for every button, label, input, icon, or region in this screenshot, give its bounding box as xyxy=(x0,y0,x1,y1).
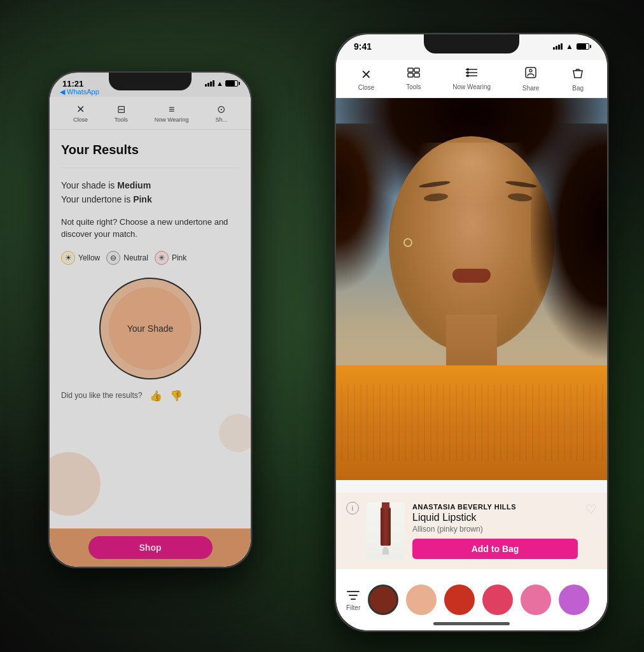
share-icon-back: ⊙ xyxy=(217,103,225,115)
back-phone-notch xyxy=(109,73,192,90)
front-close-label: Close xyxy=(358,84,375,91)
svg-point-8 xyxy=(466,71,469,74)
results-divider xyxy=(61,167,239,168)
back-phone-bottom-bar: Shop xyxy=(50,528,251,567)
filter-button[interactable]: Filter xyxy=(346,589,360,611)
swatches-bar: Filter xyxy=(336,569,607,630)
filter-icon xyxy=(346,589,360,602)
lipstick-applicator xyxy=(382,547,389,555)
product-shade: Allison (pinky brown) xyxy=(412,525,578,534)
svg-rect-3 xyxy=(414,73,419,77)
thumbs-up-icon[interactable]: 👍 xyxy=(150,390,162,402)
product-panel: i ANASTASIA BEVERLY HILLS Liquid Lipstic… xyxy=(336,493,607,569)
wifi-icon: ▲ xyxy=(216,80,223,87)
lip-color xyxy=(452,269,491,283)
swatch-6[interactable] xyxy=(559,585,589,615)
shade-circle-container: Your Shade xyxy=(61,278,239,379)
front-tools-label: Tools xyxy=(406,83,421,90)
front-status-icons: ▲ xyxy=(553,42,589,51)
lipstick-cap-end xyxy=(382,502,389,509)
close-icon-front: ✕ xyxy=(361,67,372,82)
deco-circle-left xyxy=(50,452,101,516)
results-shade-text: Your shade is Medium Your undertone is P… xyxy=(61,178,239,207)
close-icon-back: ✕ xyxy=(76,103,85,115)
front-close-button[interactable]: ✕ Close xyxy=(358,67,375,91)
camera-area xyxy=(336,98,607,480)
back-now-wearing-button[interactable]: ≡ Now Wearing xyxy=(155,104,189,123)
feedback-text: Did you like the results? xyxy=(61,391,142,400)
shade-value: Medium xyxy=(117,180,151,190)
wishlist-heart-icon[interactable]: ♡ xyxy=(585,502,597,517)
back-status-icons: ▲ xyxy=(205,80,238,87)
back-phone: 11:21 ▲ xyxy=(48,71,252,568)
thumbs-down-icon[interactable]: 👎 xyxy=(170,390,183,402)
product-name: Liquid Lipstick xyxy=(412,512,578,523)
svg-point-9 xyxy=(466,74,469,77)
back-phone-app-bar: ✕ Close ⊟ Tools ≡ Now Wearing ⊙ Sh... xyxy=(50,97,251,130)
signal-icon xyxy=(205,80,214,87)
neutral-undertone-icon: ⊖ xyxy=(106,251,120,265)
deco-circle-right xyxy=(219,414,251,452)
yellow-undertone-icon: ☀ xyxy=(61,251,75,265)
undertone-options: ☀ Yellow ⊖ Neutral ✳ Pink xyxy=(61,251,239,265)
product-brand: ANASTASIA BEVERLY HILLS xyxy=(412,503,578,511)
shade-circle: Your Shade xyxy=(99,278,201,379)
results-title: Your Results xyxy=(61,143,239,157)
front-app-bar: ✕ Close Tools xyxy=(336,60,607,98)
front-signal-icon xyxy=(553,43,563,50)
lipstick-tube xyxy=(381,507,391,546)
earring xyxy=(403,238,412,247)
svg-rect-1 xyxy=(414,68,419,72)
back-close-button[interactable]: ✕ Close xyxy=(73,103,88,123)
now-wearing-icon-front xyxy=(465,67,479,82)
share-icon-front xyxy=(524,66,538,83)
svg-point-7 xyxy=(466,68,469,71)
phones-container: 11:21 ▲ xyxy=(36,20,608,632)
back-phone-cta-button[interactable]: Shop xyxy=(88,536,213,559)
back-share-button[interactable]: ⊙ Sh... xyxy=(216,103,228,123)
undertone-neutral[interactable]: ⊖ Neutral xyxy=(106,251,148,265)
svg-rect-2 xyxy=(408,73,413,77)
add-to-bag-button[interactable]: Add to Bag xyxy=(412,539,578,559)
front-phone: 9:41 ▲ xyxy=(335,33,608,632)
front-share-button[interactable]: Share xyxy=(522,66,540,92)
undertone-value: Pink xyxy=(133,194,152,204)
swatch-3[interactable] xyxy=(444,585,475,615)
product-image xyxy=(367,502,405,560)
now-wearing-icon-back: ≡ xyxy=(169,104,174,115)
tools-icon-front xyxy=(407,67,421,82)
hair-right xyxy=(531,124,607,378)
swatch-4[interactable] xyxy=(482,585,513,615)
face-photo xyxy=(336,98,607,480)
neutral-label: Neutral xyxy=(123,253,148,262)
pink-label: Pink xyxy=(172,253,186,262)
home-indicator xyxy=(433,622,510,625)
undertone-yellow[interactable]: ☀ Yellow xyxy=(61,251,100,265)
yellow-label: Yellow xyxy=(78,253,100,262)
front-bag-label: Bag xyxy=(572,85,584,92)
battery-icon xyxy=(225,80,238,87)
front-now-wearing-label: Now Wearing xyxy=(452,83,491,90)
front-share-label: Share xyxy=(522,85,540,92)
front-tools-button[interactable]: Tools xyxy=(406,67,421,90)
front-now-wearing-button[interactable]: Now Wearing xyxy=(452,67,491,90)
shade-circle-label: Your Shade xyxy=(127,323,174,334)
front-battery-icon xyxy=(577,43,589,50)
front-wifi-icon: ▲ xyxy=(566,42,573,51)
front-bag-button[interactable]: Bag xyxy=(571,66,585,92)
swatch-1[interactable] xyxy=(368,585,398,615)
svg-point-11 xyxy=(529,69,532,72)
results-choose-text: Not quite right? Choose a new undertone … xyxy=(61,216,239,241)
swatch-5[interactable] xyxy=(521,585,551,615)
back-tools-button[interactable]: ⊟ Tools xyxy=(115,103,128,123)
sweater-texture xyxy=(336,385,607,461)
back-phone-time: 11:21 xyxy=(62,79,83,89)
results-panel: Your Results Your shade is Medium Your u… xyxy=(50,130,251,567)
undertone-pink[interactable]: ✳ Pink xyxy=(155,251,186,265)
swatch-2[interactable] xyxy=(406,585,437,615)
product-info-icon[interactable]: i xyxy=(346,502,359,514)
tools-icon-back: ⊟ xyxy=(117,103,125,115)
bag-icon-front xyxy=(571,66,585,83)
pink-undertone-icon: ✳ xyxy=(155,251,169,265)
svg-rect-0 xyxy=(408,68,413,72)
